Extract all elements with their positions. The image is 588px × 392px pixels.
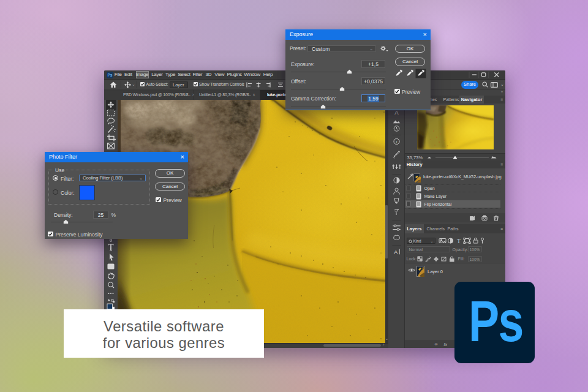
svg-text:i: i [396,138,397,144]
svg-text:T: T [457,238,461,244]
svg-text:A: A [393,248,398,255]
